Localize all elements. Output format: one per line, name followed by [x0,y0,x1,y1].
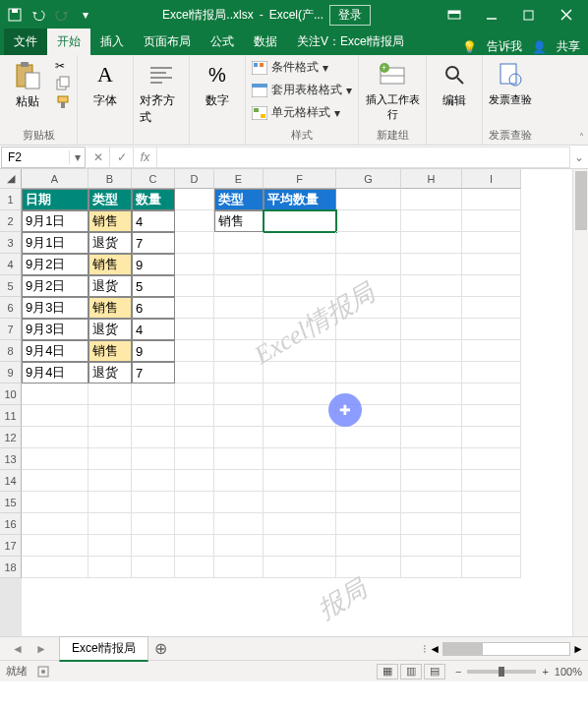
row-header-12[interactable]: 12 [0,427,22,448]
col-header-I[interactable]: I [462,169,521,189]
copy-icon[interactable] [55,76,71,91]
conditional-format-button[interactable]: 条件格式▾ [252,59,352,76]
cell-C17[interactable] [132,535,175,557]
cell-G2[interactable] [336,210,401,232]
col-header-G[interactable]: G [336,169,401,189]
tab-insert[interactable]: 插入 [90,29,134,55]
cell-I1[interactable] [462,189,521,210]
tab-file[interactable]: 文件 [4,29,47,55]
close-icon[interactable] [549,0,584,30]
cell-A9[interactable]: 9月4日 [22,362,88,384]
cell-F17[interactable] [264,535,336,557]
cell-E5[interactable] [214,275,264,297]
cell-F11[interactable] [264,405,336,427]
accept-formula-icon[interactable]: ✓ [110,147,134,168]
row-header-8[interactable]: 8 [0,340,22,362]
cell-C15[interactable] [132,492,175,513]
cell-B15[interactable] [88,492,132,513]
cell-A5[interactable]: 9月2日 [22,275,88,297]
col-header-B[interactable]: B [88,169,132,189]
sheet-nav[interactable]: ◄► [0,642,59,656]
cell-H2[interactable] [401,210,462,232]
paste-button[interactable]: 粘贴 [6,60,49,110]
cell-E15[interactable] [214,492,264,513]
row-header-11[interactable]: 11 [0,405,22,427]
cell-F15[interactable] [264,492,336,513]
cell-E9[interactable] [214,362,264,384]
macro-record-icon[interactable] [37,666,49,678]
cell-H7[interactable] [401,319,462,340]
cell-E10[interactable] [214,384,264,405]
cell-B5[interactable]: 退货 [88,275,132,297]
cell-F9[interactable] [264,362,336,384]
invoice-check-button[interactable]: 发票查验 [489,59,532,107]
cell-styles-button[interactable]: 单元格样式▾ [252,104,352,121]
cell-H5[interactable] [401,275,462,297]
maximize-icon[interactable] [511,0,547,30]
cancel-formula-icon[interactable]: ✕ [87,147,110,168]
row-header-5[interactable]: 5 [0,275,22,297]
cell-C4[interactable]: 9 [132,254,175,275]
cell-I10[interactable] [462,384,521,405]
cell-C7[interactable]: 4 [132,319,175,340]
cell-I9[interactable] [462,362,521,384]
cell-A10[interactable] [22,384,88,405]
qat-dropdown-icon[interactable]: ▾ [75,4,96,26]
cell-D7[interactable] [175,319,214,340]
select-all[interactable]: ◢ [0,169,22,189]
cell-I17[interactable] [462,535,521,557]
cell-F16[interactable] [264,513,336,535]
cell-G8[interactable] [336,340,401,362]
col-header-F[interactable]: F [264,169,336,189]
cell-B17[interactable] [88,535,132,557]
cell-B13[interactable] [88,448,132,470]
cell-E16[interactable] [214,513,264,535]
cell-D4[interactable] [175,254,214,275]
ribbon-options-icon[interactable] [437,0,472,30]
cell-I14[interactable] [462,470,521,492]
cell-E12[interactable] [214,427,264,448]
cells[interactable]: 日期类型数量类型平均数量9月1日销售4销售9月1日退货79月2日销售99月2日退… [22,189,572,578]
cell-F5[interactable] [264,275,336,297]
cell-E6[interactable] [214,297,264,319]
cell-D12[interactable] [175,427,214,448]
cell-A8[interactable]: 9月4日 [22,340,88,362]
cell-F12[interactable] [264,427,336,448]
tab-formulas[interactable]: 公式 [201,29,244,55]
font-button[interactable]: A 字体 [84,59,127,109]
cell-B12[interactable] [88,427,132,448]
cell-I18[interactable] [462,557,521,578]
cell-I12[interactable] [462,427,521,448]
cell-F4[interactable] [264,254,336,275]
cell-A15[interactable] [22,492,88,513]
cell-A6[interactable]: 9月3日 [22,297,88,319]
cell-B10[interactable] [88,384,132,405]
row-header-18[interactable]: 18 [0,557,22,578]
row-header-4[interactable]: 4 [0,254,22,275]
cell-H3[interactable] [401,232,462,254]
cut-icon[interactable]: ✂ [55,59,71,73]
cell-D14[interactable] [175,470,214,492]
cell-F6[interactable] [264,297,336,319]
cell-H18[interactable] [401,557,462,578]
cell-H4[interactable] [401,254,462,275]
cell-I8[interactable] [462,340,521,362]
cell-E1[interactable]: 类型 [214,189,264,210]
row-header-3[interactable]: 3 [0,232,22,254]
cell-I6[interactable] [462,297,521,319]
share-button[interactable]: 共享 [557,38,580,55]
cell-E14[interactable] [214,470,264,492]
alignment-button[interactable]: 对齐方式 [140,59,183,126]
cell-C14[interactable] [132,470,175,492]
cell-I16[interactable] [462,513,521,535]
login-button[interactable]: 登录 [329,5,371,26]
cell-C5[interactable]: 5 [132,275,175,297]
cell-H9[interactable] [401,362,462,384]
cell-D2[interactable] [175,210,214,232]
cell-F1[interactable]: 平均数量 [264,189,336,210]
cell-H13[interactable] [401,448,462,470]
cell-H6[interactable] [401,297,462,319]
cell-B18[interactable] [88,557,132,578]
format-painter-icon[interactable] [55,94,71,110]
cell-D11[interactable] [175,405,214,427]
